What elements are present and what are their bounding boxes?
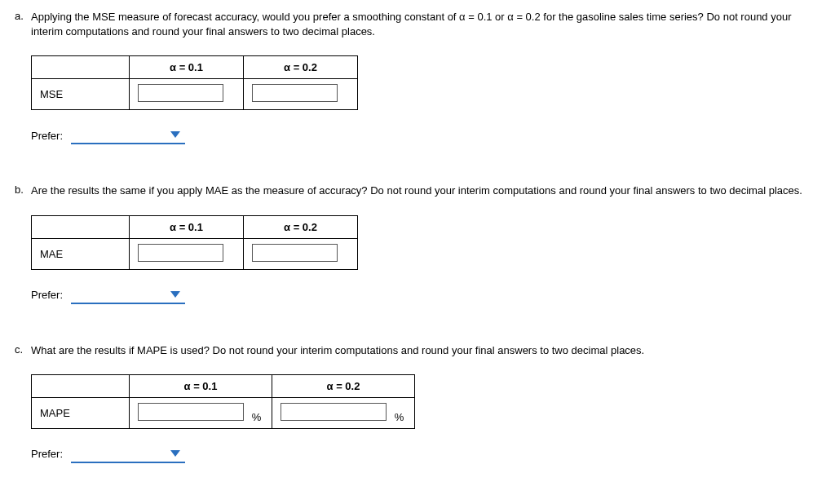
prefer-b-label: Prefer: xyxy=(31,289,63,301)
question-b-marker: b. xyxy=(15,183,31,326)
mse-table: α = 0.1 α = 0.2 MSE xyxy=(31,55,358,110)
mape-header-alpha01: α = 0.1 xyxy=(130,374,272,397)
prefer-b-row: Prefer: xyxy=(31,286,820,304)
mae-header-alpha01: α = 0.1 xyxy=(130,215,244,238)
prefer-c-select[interactable] xyxy=(71,445,185,463)
question-b-body: Are the results the same if you apply MA… xyxy=(31,183,820,326)
mae-header-alpha02: α = 0.2 xyxy=(244,215,358,238)
prefer-a-row: Prefer: xyxy=(31,126,820,144)
question-c-body: What are the results if MAPE is used? Do… xyxy=(31,343,820,486)
prefer-b-select[interactable] xyxy=(71,286,185,304)
mae-input-alpha01[interactable] xyxy=(138,244,223,262)
mae-table-corner xyxy=(32,215,130,238)
question-b: b. Are the results the same if you apply… xyxy=(15,183,820,326)
mape-header-alpha02: α = 0.2 xyxy=(272,374,415,397)
mape-table-corner xyxy=(32,374,130,397)
mse-input-alpha01[interactable] xyxy=(138,84,223,102)
mse-input-alpha02-cell xyxy=(244,79,358,110)
mse-input-alpha01-cell xyxy=(130,79,244,110)
mse-header-alpha01: α = 0.1 xyxy=(130,56,244,79)
prefer-a-select[interactable] xyxy=(71,126,185,144)
mse-row-label: MSE xyxy=(32,79,130,110)
question-a-body: Applying the MSE measure of forecast acc… xyxy=(31,10,820,167)
mape-input-alpha01-cell: % xyxy=(130,397,272,428)
mape-input-alpha02-cell: % xyxy=(272,397,415,428)
question-c: c. What are the results if MAPE is used?… xyxy=(15,343,820,486)
chevron-down-icon xyxy=(170,450,180,457)
mse-input-alpha02[interactable] xyxy=(252,84,338,102)
chevron-down-icon xyxy=(170,131,180,138)
question-a-marker: a. xyxy=(15,10,31,167)
mse-header-alpha02: α = 0.2 xyxy=(244,56,358,79)
mape-pct-1: % xyxy=(252,411,262,423)
mae-input-alpha02[interactable] xyxy=(252,244,338,262)
question-c-text: What are the results if MAPE is used? Do… xyxy=(31,343,820,358)
question-a: a. Applying the MSE measure of forecast … xyxy=(15,10,820,167)
question-b-text: Are the results the same if you apply MA… xyxy=(31,183,820,198)
question-a-text: Applying the MSE measure of forecast acc… xyxy=(31,10,820,39)
mape-table: α = 0.1 α = 0.2 MAPE % % xyxy=(31,374,415,429)
question-c-marker: c. xyxy=(15,343,31,486)
mae-row-label: MAE xyxy=(32,238,130,269)
chevron-down-icon xyxy=(170,291,180,298)
mape-row-label: MAPE xyxy=(32,397,130,428)
prefer-c-label: Prefer: xyxy=(31,448,63,460)
mae-table: α = 0.1 α = 0.2 MAE xyxy=(31,215,358,270)
mape-input-alpha02[interactable] xyxy=(281,403,387,421)
prefer-a-label: Prefer: xyxy=(31,130,63,142)
mae-input-alpha02-cell xyxy=(244,238,358,269)
mape-pct-2: % xyxy=(395,411,404,423)
mae-input-alpha01-cell xyxy=(130,238,244,269)
mse-table-corner xyxy=(32,56,130,79)
prefer-c-row: Prefer: xyxy=(31,445,820,463)
mape-input-alpha01[interactable] xyxy=(138,403,244,421)
